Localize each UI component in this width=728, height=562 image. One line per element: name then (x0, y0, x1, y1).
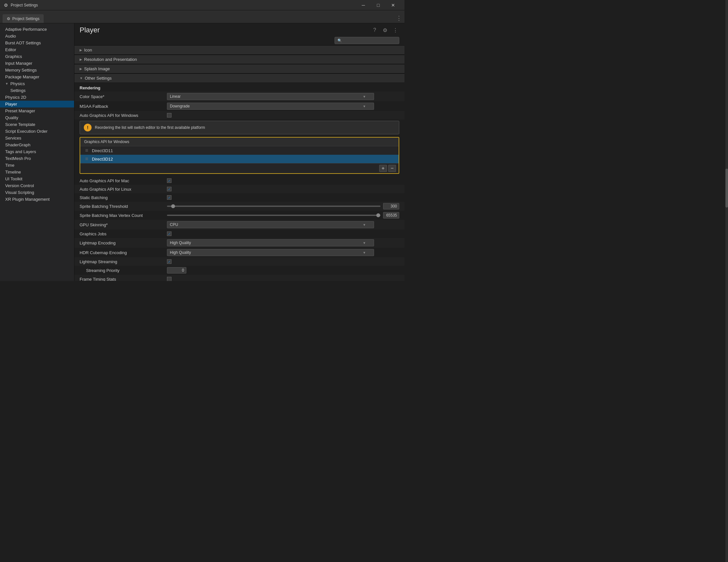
sidebar-item-quality[interactable]: Quality (0, 114, 74, 121)
slider-sprite-threshold[interactable] (167, 205, 381, 207)
checkbox-auto-graphics-windows[interactable] (167, 113, 171, 117)
sidebar-item-tags-layers[interactable]: Tags and Layers (0, 148, 74, 155)
page-title: Player (80, 26, 100, 34)
sidebar-item-adaptive-performance[interactable]: Adaptive Performance (0, 26, 74, 33)
label-sprite-threshold: Sprite Batching Threshold (80, 204, 167, 209)
sidebar-item-input-manager[interactable]: Input Manager (0, 60, 74, 67)
checkbox-graphics-jobs[interactable] (167, 231, 171, 236)
row-auto-graphics-windows: Auto Graphics API for Windows (74, 111, 404, 119)
label-auto-graphics-windows: Auto Graphics API for Windows (80, 113, 167, 118)
maximize-button[interactable]: □ (371, 0, 386, 10)
sidebar-item-graphics[interactable]: Graphics (0, 53, 74, 60)
sidebar-item-package-manager[interactable]: Package Manager (0, 73, 74, 80)
more-button[interactable]: ⋮ (392, 26, 399, 34)
sidebar-item-memory-settings[interactable]: Memory Settings (0, 67, 74, 73)
value-sprite-max-vertex: 65535 (167, 212, 399, 218)
value-lightmap-encoding: High Quality ▼ (167, 239, 399, 246)
drag-handle-d3d11: ≡ (84, 148, 89, 153)
label-frame-timing: Frame Timing Stats (80, 277, 167, 281)
value-auto-graphics-linux (167, 187, 399, 191)
sidebar-item-textmesh[interactable]: TextMesh Pro (0, 155, 74, 162)
sidebar-item-visual-scripting[interactable]: Visual Scripting (0, 189, 74, 196)
checkbox-auto-graphics-linux[interactable] (167, 187, 171, 191)
slider-row-sprite-max: 65535 (167, 212, 399, 218)
section-splash[interactable]: ▶ Splash Image (74, 64, 404, 73)
graphics-api-item-d3d12[interactable]: ≡ Direct3D12 (80, 155, 399, 163)
label-hdr-cubemap: HDR Cubemap Encoding (80, 250, 167, 255)
sidebar-item-player[interactable]: Player (0, 101, 74, 107)
app-icon: ⚙ (4, 3, 8, 8)
value-streaming-priority: 0 (167, 267, 399, 273)
warning-icon-1: ! (84, 124, 92, 131)
label-graphics-jobs: Graphics Jobs (80, 231, 167, 236)
value-msaa-fallback: Downgrade ▼ (167, 103, 399, 110)
slider-row-sprite-threshold: 300 (167, 203, 399, 209)
sidebar-item-timeline[interactable]: Timeline (0, 169, 74, 175)
checkbox-lightmap-streaming[interactable] (167, 259, 171, 264)
slider-sprite-max[interactable] (167, 215, 381, 216)
row-graphics-jobs: Graphics Jobs (74, 229, 404, 238)
row-streaming-priority: Streaming Priority 0 (74, 266, 404, 275)
input-streaming-priority[interactable]: 0 (167, 267, 186, 273)
checkbox-auto-graphics-mac[interactable] (167, 178, 171, 183)
section-icon[interactable]: ▶ Icon (74, 45, 404, 55)
sidebar-item-physics2d[interactable]: Physics 2D (0, 94, 74, 101)
value-auto-graphics-windows (167, 113, 399, 117)
remove-api-button[interactable]: − (388, 165, 396, 172)
dropdown-msaa-fallback[interactable]: Downgrade ▼ (167, 103, 374, 110)
sidebar-item-services[interactable]: Services (0, 135, 74, 141)
checkbox-frame-timing[interactable] (167, 277, 171, 281)
value-static-batching (167, 195, 399, 200)
section-other-settings[interactable]: ▼ Other Settings (74, 73, 404, 83)
dropdown-gpu-skinning[interactable]: CPU ▼ (167, 221, 374, 228)
chevron-down-icon: ▼ (363, 223, 366, 226)
tab-list: ⚙ Project Settings (3, 14, 44, 23)
label-auto-graphics-linux: Auto Graphics API for Linux (80, 187, 167, 192)
sidebar-item-ui-toolkit[interactable]: UI Toolkit (0, 175, 74, 182)
sidebar-item-editor[interactable]: Editor (0, 46, 74, 53)
sidebar-item-preset-manager[interactable]: Preset Manager (0, 107, 74, 114)
search-input[interactable] (343, 38, 396, 43)
section-resolution[interactable]: ▶ Resolution and Presentation (74, 55, 404, 64)
sidebar-item-audio[interactable]: Audio (0, 33, 74, 39)
tab-project-settings[interactable]: ⚙ Project Settings (3, 14, 44, 23)
sidebar-item-physics[interactable]: ▼ Physics (0, 80, 74, 87)
label-lightmap-encoding: Lightmap Encoding (80, 240, 167, 245)
row-hdr-cubemap: HDR Cubemap Encoding High Quality ▼ (74, 248, 404, 257)
close-button[interactable]: ✕ (386, 0, 401, 10)
sidebar-item-version-control[interactable]: Version Control (0, 182, 74, 189)
add-api-button[interactable]: + (379, 165, 387, 172)
value-sprite-threshold-display[interactable]: 300 (383, 203, 399, 209)
sidebar-item-shadergraph[interactable]: ShaderGraph (0, 141, 74, 148)
dropdown-hdr-cubemap[interactable]: High Quality ▼ (167, 249, 374, 256)
tab-kebab-menu[interactable]: ⋮ (396, 15, 402, 22)
value-gpu-skinning: CPU ▼ (167, 221, 399, 228)
chevron-down-icon: ▼ (363, 251, 366, 254)
main-layout: Adaptive Performance Audio Burst AOT Set… (0, 23, 404, 281)
chevron-down-icon: ▼ (363, 95, 366, 98)
help-button[interactable]: ? (371, 26, 379, 34)
sidebar-item-physics-settings[interactable]: Settings (0, 87, 74, 94)
sidebar-item-script-execution[interactable]: Script Execution Order (0, 128, 74, 135)
minimize-button[interactable]: ─ (356, 0, 371, 10)
checkbox-static-batching[interactable] (167, 195, 171, 200)
sidebar-item-time[interactable]: Time (0, 162, 74, 169)
value-sprite-max-display[interactable]: 65535 (383, 212, 399, 218)
value-sprite-threshold: 300 (167, 203, 399, 209)
row-auto-graphics-mac: Auto Graphics API for Mac (74, 176, 404, 185)
dropdown-color-space[interactable]: Linear ▼ (167, 93, 374, 100)
value-graphics-jobs (167, 231, 399, 236)
drag-handle-d3d12: ≡ (84, 156, 89, 161)
settings-button[interactable]: ⚙ (381, 26, 389, 34)
row-lightmap-encoding: Lightmap Encoding High Quality ▼ (74, 238, 404, 248)
sidebar-item-burst-aot[interactable]: Burst AOT Settings (0, 39, 74, 46)
graphics-api-item-d3d11[interactable]: ≡ Direct3D11 (80, 146, 399, 155)
scroll-content: ▶ Icon ▶ Resolution and Presentation ▶ S… (74, 45, 404, 281)
dropdown-lightmap-encoding[interactable]: High Quality ▼ (167, 239, 374, 246)
label-lightmap-streaming: Lightmap Streaming (80, 259, 167, 264)
sidebar-item-xr-plugin[interactable]: XR Plugin Management (0, 196, 74, 203)
window-title: Project Settings (11, 3, 353, 7)
label-static-batching: Static Batching (80, 195, 167, 200)
physics-expand-arrow: ▼ (5, 82, 8, 85)
sidebar-item-scene-template[interactable]: Scene Template (0, 121, 74, 128)
